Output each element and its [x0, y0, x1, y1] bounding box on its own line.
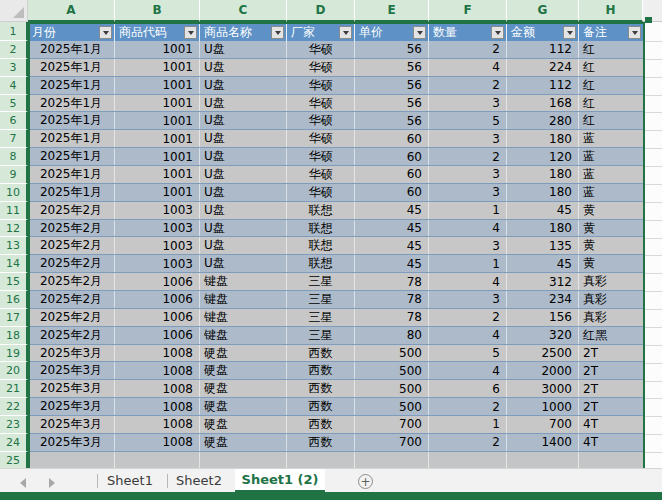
cell[interactable]: 红: [579, 77, 643, 94]
cell[interactable]: 硬盘: [200, 380, 287, 397]
empty-row-25[interactable]: [28, 452, 643, 468]
cell[interactable]: 1001: [115, 184, 200, 201]
cell[interactable]: 硬盘: [200, 345, 287, 362]
table-header-cell[interactable]: 商品名称: [200, 24, 287, 41]
cell[interactable]: 45: [355, 237, 429, 254]
cell[interactable]: 2025年2月: [28, 237, 115, 254]
cell[interactable]: 4: [429, 327, 507, 344]
cell[interactable]: 700: [507, 416, 579, 433]
column-header-C[interactable]: C: [200, 0, 287, 22]
cell[interactable]: 西数: [287, 380, 355, 397]
cell[interactable]: 2T: [579, 380, 643, 397]
row-header-19[interactable]: 19: [0, 345, 28, 363]
cell[interactable]: 真彩: [579, 291, 643, 308]
cell[interactable]: 2025年2月: [28, 220, 115, 237]
filter-button[interactable]: [339, 26, 352, 39]
cell[interactable]: 2500: [507, 345, 579, 362]
cell[interactable]: 华硕: [287, 112, 355, 129]
cell[interactable]: 2025年1月: [28, 59, 115, 76]
cell[interactable]: 2025年2月: [28, 309, 115, 326]
cell[interactable]: 120: [507, 148, 579, 165]
row-header-10[interactable]: 10: [0, 184, 28, 202]
cell[interactable]: 4: [429, 59, 507, 76]
cell[interactable]: 西数: [287, 345, 355, 362]
cell[interactable]: 78: [355, 273, 429, 290]
cell[interactable]: 78: [355, 291, 429, 308]
row-header-12[interactable]: 12: [0, 220, 28, 238]
empty-cell[interactable]: [287, 452, 355, 468]
cell[interactable]: 224: [507, 59, 579, 76]
cell[interactable]: 2: [429, 434, 507, 451]
cell[interactable]: 1: [429, 255, 507, 272]
row-header-17[interactable]: 17: [0, 309, 28, 327]
cell[interactable]: 1001: [115, 112, 200, 129]
cell[interactable]: 2025年1月: [28, 77, 115, 94]
cell[interactable]: 三星: [287, 291, 355, 308]
cell[interactable]: 180: [507, 130, 579, 147]
cell[interactable]: 180: [507, 166, 579, 183]
cell[interactable]: 联想: [287, 237, 355, 254]
filter-button[interactable]: [413, 26, 426, 39]
unselected-grid-area[interactable]: [645, 22, 662, 468]
cell[interactable]: 三星: [287, 327, 355, 344]
cell[interactable]: 234: [507, 291, 579, 308]
row-header-11[interactable]: 11: [0, 202, 28, 220]
cell[interactable]: 45: [355, 202, 429, 219]
cell[interactable]: 联想: [287, 202, 355, 219]
table-header-cell[interactable]: 月份: [28, 24, 115, 41]
row-header-25[interactable]: 25: [0, 452, 28, 470]
cell[interactable]: 1: [429, 202, 507, 219]
cell[interactable]: 2: [429, 398, 507, 415]
cell[interactable]: 56: [355, 77, 429, 94]
cell[interactable]: 三星: [287, 309, 355, 326]
table-header-cell[interactable]: 备注: [579, 24, 643, 41]
cell[interactable]: 2025年1月: [28, 95, 115, 112]
row-header-1[interactable]: 1: [0, 22, 28, 41]
cell[interactable]: 1006: [115, 291, 200, 308]
cell[interactable]: 500: [355, 362, 429, 379]
cell[interactable]: 60: [355, 184, 429, 201]
cell[interactable]: 156: [507, 309, 579, 326]
row-header-23[interactable]: 23: [0, 416, 28, 434]
cell[interactable]: 2025年1月: [28, 130, 115, 147]
cell[interactable]: 蓝: [579, 184, 643, 201]
cell[interactable]: 56: [355, 112, 429, 129]
cell[interactable]: 56: [355, 59, 429, 76]
cell[interactable]: 2025年2月: [28, 202, 115, 219]
cell[interactable]: U盘: [200, 59, 287, 76]
sheet-tab-sheet1-(2)[interactable]: Sheet1 (2): [235, 469, 325, 492]
filter-button[interactable]: [99, 26, 112, 39]
cell[interactable]: 135: [507, 237, 579, 254]
cell[interactable]: U盘: [200, 184, 287, 201]
table-header-cell[interactable]: 厂家: [287, 24, 355, 41]
cell[interactable]: 华硕: [287, 148, 355, 165]
cell[interactable]: 1008: [115, 398, 200, 415]
cell[interactable]: 2025年3月: [28, 398, 115, 415]
cell[interactable]: 华硕: [287, 130, 355, 147]
cell[interactable]: 2025年2月: [28, 255, 115, 272]
cell[interactable]: 华硕: [287, 166, 355, 183]
cell[interactable]: 312: [507, 273, 579, 290]
cell[interactable]: 320: [507, 327, 579, 344]
cell[interactable]: 60: [355, 130, 429, 147]
cell[interactable]: 4: [429, 220, 507, 237]
cell[interactable]: 1001: [115, 95, 200, 112]
cell[interactable]: 键盘: [200, 327, 287, 344]
empty-cell[interactable]: [579, 452, 643, 468]
cell[interactable]: 1006: [115, 327, 200, 344]
filter-button[interactable]: [271, 26, 284, 39]
cell[interactable]: 1008: [115, 434, 200, 451]
cell[interactable]: 5: [429, 112, 507, 129]
cell[interactable]: 1: [429, 416, 507, 433]
cell[interactable]: U盘: [200, 202, 287, 219]
cell[interactable]: 4: [429, 362, 507, 379]
cell[interactable]: U盘: [200, 112, 287, 129]
cell[interactable]: 联想: [287, 255, 355, 272]
cell[interactable]: 2025年2月: [28, 291, 115, 308]
cell[interactable]: 3: [429, 184, 507, 201]
cell[interactable]: 硬盘: [200, 416, 287, 433]
row-header-13[interactable]: 13: [0, 237, 28, 255]
cell[interactable]: 1001: [115, 59, 200, 76]
select-all-corner[interactable]: [0, 0, 28, 22]
row-header-18[interactable]: 18: [0, 327, 28, 345]
